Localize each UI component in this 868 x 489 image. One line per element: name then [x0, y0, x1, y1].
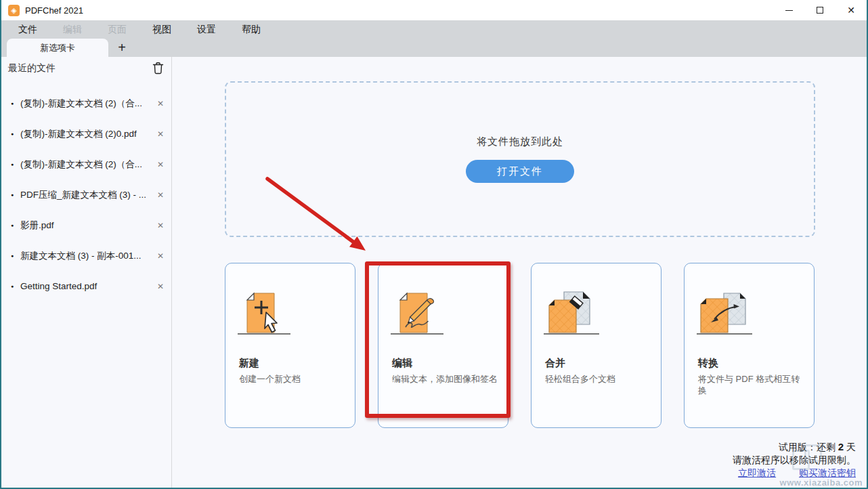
bullet-icon: ●	[11, 101, 20, 106]
clear-recent-trash-icon[interactable]	[152, 62, 165, 75]
card-edit-document[interactable]: 编辑 编辑文本，添加图像和签名	[378, 263, 508, 428]
card-subtitle: 将文件与 PDF 格式相互转换	[698, 373, 808, 396]
remove-file-icon[interactable]: ✕	[154, 221, 167, 230]
remove-file-icon[interactable]: ✕	[154, 251, 167, 261]
list-item[interactable]: ● (复制)-新建文本文档 (2)（合... ✕	[1, 149, 171, 179]
menu-tab-bar: 文件 编辑 页面 视图 设置 帮助 新选项卡 +	[1, 20, 867, 57]
trial-activate-line: 请激活程序以移除试用限制。	[733, 454, 856, 467]
new-document-icon	[232, 289, 307, 342]
recent-files-sidebar: 最近的文件 ● (复制)-新建文本文档 (2)（合... ✕ ● (复制)-新建…	[1, 57, 172, 488]
menu-view[interactable]: 视图	[150, 20, 173, 39]
window-controls: ✕	[773, 0, 867, 20]
card-title: 合并	[545, 357, 565, 370]
activate-now-link[interactable]: 立即激活	[738, 467, 776, 478]
list-item[interactable]: ● (复制)-新建文本文档 (2)（合... ✕	[1, 88, 171, 119]
menu-help[interactable]: 帮助	[240, 20, 263, 39]
open-file-button[interactable]: 打开文件	[466, 160, 574, 183]
card-subtitle: 创建一个新文档	[239, 373, 349, 385]
file-drop-zone[interactable]: 将文件拖放到此处 打开文件	[225, 81, 815, 237]
trial-notice: 试用版：还剩 2 天 请激活程序以移除试用限制。 立即激活 购买激活密钥	[733, 440, 856, 480]
tab-new-tab[interactable]: 新选项卡	[7, 39, 108, 57]
trial-links-line: 立即激活 购买激活密钥	[733, 467, 856, 480]
recent-files-title: 最近的文件	[8, 62, 56, 75]
window-title: PDFChef 2021	[25, 5, 83, 16]
convert-documents-icon	[691, 289, 766, 342]
card-new-document[interactable]: 新建 创建一个新文档	[225, 263, 355, 428]
card-title: 编辑	[392, 357, 412, 370]
remove-file-icon[interactable]: ✕	[154, 282, 167, 291]
card-subtitle: 轻松组合多个文档	[545, 373, 655, 385]
card-title: 新建	[239, 357, 259, 370]
menu-file[interactable]: 文件	[16, 20, 39, 39]
action-cards-row: 新建 创建一个新文档 编辑	[225, 263, 815, 428]
maximize-button[interactable]	[804, 0, 836, 20]
remove-file-icon[interactable]: ✕	[154, 190, 167, 200]
list-item[interactable]: ● (复制)-新建文本文档 (2)0.pdf ✕	[1, 119, 171, 149]
menu-page: 页面	[106, 20, 129, 39]
close-button[interactable]: ✕	[836, 0, 867, 20]
edit-signature-icon	[385, 289, 460, 342]
list-item[interactable]: ● 影册.pdf ✕	[1, 210, 171, 240]
file-name[interactable]: 影册.pdf	[20, 219, 154, 232]
main-content: 将文件拖放到此处 打开文件 新建 创建一个新文档	[172, 57, 867, 488]
list-item[interactable]: ● Getting Started.pdf ✕	[1, 271, 171, 301]
minimize-button[interactable]	[773, 0, 804, 20]
file-name[interactable]: Getting Started.pdf	[20, 281, 154, 291]
bullet-icon: ●	[11, 284, 20, 289]
card-subtitle: 编辑文本，添加图像和签名	[392, 373, 502, 385]
bullet-icon: ●	[11, 162, 20, 167]
menu-edit: 编辑	[61, 20, 84, 39]
maximize-icon	[817, 7, 823, 14]
app-logo-icon: ◈	[8, 5, 20, 16]
add-tab-button[interactable]: +	[112, 39, 131, 57]
title-bar: ◈ PDFChef 2021 ✕	[1, 0, 867, 20]
sidebar-header: 最近的文件	[1, 57, 171, 80]
file-name[interactable]: (复制)-新建文本文档 (2)（合...	[20, 158, 154, 171]
drop-hint-text: 将文件拖放到此处	[226, 135, 814, 148]
card-convert-documents[interactable]: 转换 将文件与 PDF 格式相互转换	[684, 263, 815, 428]
remove-file-icon[interactable]: ✕	[154, 160, 167, 169]
app-window: ◈ PDFChef 2021 ✕ 文件 编辑 页面 视图 设置 帮助 新选项卡 …	[0, 0, 868, 489]
minimize-icon	[785, 10, 793, 11]
file-name[interactable]: 新建文本文档 (3) - 副本-001...	[20, 250, 154, 262]
list-item[interactable]: ● PDF压缩_新建文本文档 (3) - ... ✕	[1, 179, 171, 210]
bullet-icon: ●	[11, 223, 20, 228]
file-name[interactable]: PDF压缩_新建文本文档 (3) - ...	[20, 189, 154, 201]
file-name[interactable]: (复制)-新建文本文档 (2)（合...	[20, 98, 154, 110]
bullet-icon: ●	[11, 131, 20, 136]
remove-file-icon[interactable]: ✕	[154, 129, 167, 139]
merge-documents-icon	[538, 289, 613, 342]
card-title: 转换	[698, 357, 718, 370]
bullet-icon: ●	[11, 253, 20, 258]
bullet-icon: ●	[11, 192, 20, 197]
menu-settings[interactable]: 设置	[195, 20, 218, 39]
close-icon: ✕	[847, 5, 855, 16]
recent-file-list: ● (复制)-新建文本文档 (2)（合... ✕ ● (复制)-新建文本文档 (…	[1, 88, 171, 301]
buy-key-link[interactable]: 购买激活密钥	[799, 467, 856, 478]
trial-days-line: 试用版：还剩 2 天	[733, 440, 856, 454]
menu-bar: 文件 编辑 页面 视图 设置 帮助	[1, 20, 284, 39]
remove-file-icon[interactable]: ✕	[154, 99, 167, 108]
trial-days-count: 2	[838, 441, 844, 452]
card-merge-documents[interactable]: 合并 轻松组合多个文档	[531, 263, 661, 428]
file-name[interactable]: (复制)-新建文本文档 (2)0.pdf	[20, 128, 154, 140]
list-item[interactable]: ● 新建文本文档 (3) - 副本-001... ✕	[1, 240, 171, 271]
